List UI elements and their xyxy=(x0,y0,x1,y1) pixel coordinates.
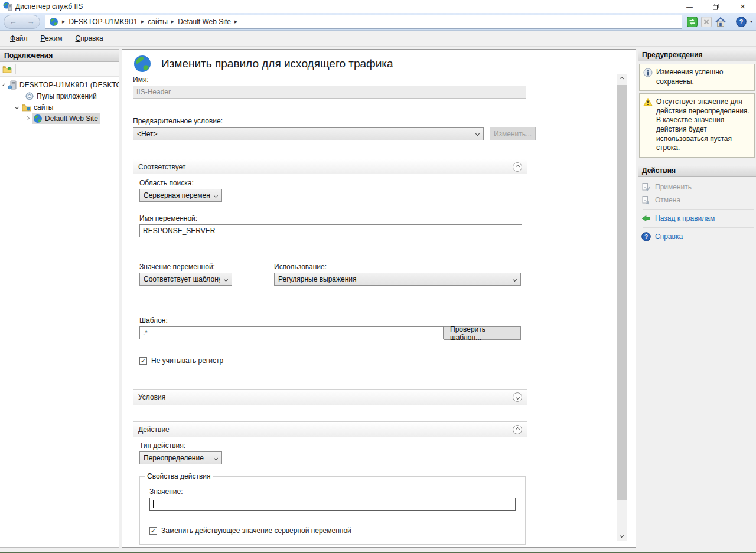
sites-folder-icon xyxy=(22,103,31,112)
chevron-up-icon xyxy=(620,77,624,81)
name-value: IIS-Header xyxy=(136,88,171,96)
workspace: Подключения DES xyxy=(0,47,756,552)
name-label: Имя: xyxy=(133,76,536,84)
navigation-toolbar: ← → ▶ DESKTOP-U1MK9D1 ▶ сайты ▶ Default … xyxy=(0,13,756,31)
collapse-section-button[interactable] xyxy=(513,425,522,434)
ignore-case-label: Не учитывать регистр xyxy=(151,356,223,365)
menu-file[interactable]: Файл xyxy=(5,32,33,44)
variable-value-label: Значение переменной: xyxy=(139,263,274,271)
checkbox-checked-icon: ✓ xyxy=(149,527,157,535)
conditions-section: Условия xyxy=(133,389,527,405)
window-controls: — ✕ xyxy=(676,0,756,13)
usage-value: Регулярные выражения xyxy=(278,275,357,283)
cancel-label: Отмена xyxy=(655,196,680,204)
selected-tree-item: Default Web Site xyxy=(32,113,100,124)
precondition-value: <Нет> xyxy=(137,130,157,138)
back-to-rules-action[interactable]: Назад к правилам xyxy=(641,212,756,225)
actions-header: Действия xyxy=(638,165,756,177)
info-icon xyxy=(643,68,653,77)
pattern-input[interactable]: .* xyxy=(139,326,444,339)
connections-pane: Подключения DES xyxy=(0,49,119,548)
actions-pane: Предупреждения Изменения успешно сохране… xyxy=(638,49,756,548)
menu-bar: Файл Режим Справка xyxy=(0,31,756,47)
scroll-up-button[interactable] xyxy=(617,74,627,84)
variable-name-input[interactable]: RESPONSE_SERVER xyxy=(139,224,522,237)
help-label: Справка xyxy=(655,233,683,241)
app-icon xyxy=(3,2,12,11)
expander-expanded-icon[interactable] xyxy=(2,83,5,86)
match-section-header[interactable]: Соответствует xyxy=(133,159,527,174)
ignore-case-checkbox[interactable]: ✓ Не учитывать регистр xyxy=(139,356,521,365)
expand-section-button[interactable] xyxy=(513,392,522,402)
expander-collapsed-icon[interactable] xyxy=(25,116,30,120)
match-section-title: Соответствует xyxy=(138,163,185,171)
precondition-label: Предварительное условие: xyxy=(133,117,536,125)
conditions-section-header[interactable]: Условия xyxy=(133,390,527,405)
menu-help[interactable]: Справка xyxy=(70,32,109,44)
cancel-action: Отмена xyxy=(641,194,756,207)
tree-item-server[interactable]: DESKTOP-U1MK9D1 (DESKTOP xyxy=(0,79,119,90)
value-input[interactable] xyxy=(149,498,516,511)
action-type-label: Тип действия: xyxy=(139,441,521,450)
variable-value-select[interactable]: Соответствует шаблону xyxy=(139,273,232,286)
chevron-up-icon xyxy=(515,427,519,431)
scrollbar-track[interactable] xyxy=(617,84,627,531)
collapse-section-button[interactable] xyxy=(513,162,522,172)
breadcrumb-sites[interactable]: сайты xyxy=(148,18,168,26)
svg-text:?: ? xyxy=(644,233,648,240)
vertical-scrollbar[interactable] xyxy=(617,74,627,541)
restart-icon[interactable] xyxy=(687,17,698,27)
usage-label: Использование: xyxy=(274,263,521,271)
home-icon[interactable] xyxy=(715,17,726,27)
breadcrumb-server[interactable]: DESKTOP-U1MK9D1 xyxy=(69,18,137,26)
restore-icon xyxy=(713,4,719,10)
conditions-section-title: Условия xyxy=(138,393,165,401)
scope-value: Серверная переменн xyxy=(144,191,210,199)
close-button[interactable]: ✕ xyxy=(729,0,756,13)
menu-view[interactable]: Режим xyxy=(35,32,68,44)
globe-icon xyxy=(49,17,58,27)
rule-form: Изменить правило для исходящего трафика … xyxy=(122,50,536,548)
forward-arrow-icon[interactable]: → xyxy=(27,18,35,25)
save-connections-icon[interactable] xyxy=(2,64,12,74)
warning-icon xyxy=(643,97,653,107)
info-alert: Изменения успешно сохранены. xyxy=(639,64,755,91)
scroll-down-button[interactable] xyxy=(617,531,627,541)
chevron-down-icon xyxy=(620,534,624,538)
scope-select[interactable]: Серверная переменн xyxy=(139,189,222,202)
scrollbar-thumb[interactable] xyxy=(617,85,627,500)
variable-value-value: Соответствует шаблону xyxy=(144,275,220,283)
help-circle-icon: ? xyxy=(641,232,651,241)
back-arrow-icon[interactable]: ← xyxy=(9,18,17,25)
replace-value-checkbox[interactable]: ✓ Заменить действующее значение серверно… xyxy=(149,526,516,535)
chevron-down-icon xyxy=(224,277,228,282)
help-action[interactable]: ? Справка xyxy=(641,230,756,243)
breadcrumb-separator-icon: ▶ xyxy=(141,19,144,24)
tree-item-sites[interactable]: сайты xyxy=(0,102,119,113)
action-type-select[interactable]: Переопределение xyxy=(139,451,222,464)
tree-item-app-pools[interactable]: Пулы приложений xyxy=(0,90,119,102)
actions-divider xyxy=(643,227,754,228)
action-section-title: Действие xyxy=(138,426,170,434)
test-pattern-button[interactable]: Проверить шаблон... xyxy=(444,326,521,340)
tree-item-app-pools-label: Пулы приложений xyxy=(37,92,97,100)
minimize-button[interactable]: — xyxy=(676,0,703,13)
expander-expanded-icon[interactable] xyxy=(15,105,19,109)
help-icon[interactable]: ? xyxy=(736,17,747,27)
precondition-select[interactable]: <Нет> xyxy=(133,127,484,140)
text-caret xyxy=(153,500,154,508)
title-bar: Диспетчер служб IIS — ✕ xyxy=(0,0,756,13)
breadcrumb-default-web-site[interactable]: Default Web Site xyxy=(178,18,231,26)
server-icon xyxy=(8,80,17,90)
usage-select[interactable]: Регулярные выражения xyxy=(274,273,521,286)
address-bar[interactable]: ▶ DESKTOP-U1MK9D1 ▶ сайты ▶ Default Web … xyxy=(45,15,682,29)
name-input: IIS-Header xyxy=(133,86,526,99)
action-section-header[interactable]: Действие xyxy=(133,422,527,437)
variable-name-label: Имя переменной: xyxy=(139,214,521,222)
alerts-header: Предупреждения xyxy=(638,49,756,61)
toolbar-separator xyxy=(731,17,731,27)
tree-item-default-web-site[interactable]: Default Web Site xyxy=(0,113,119,124)
help-dropdown-icon[interactable]: ▾ xyxy=(750,19,752,24)
restore-button[interactable] xyxy=(703,0,729,13)
page-title: Изменить правило для исходящего трафика xyxy=(161,57,393,70)
